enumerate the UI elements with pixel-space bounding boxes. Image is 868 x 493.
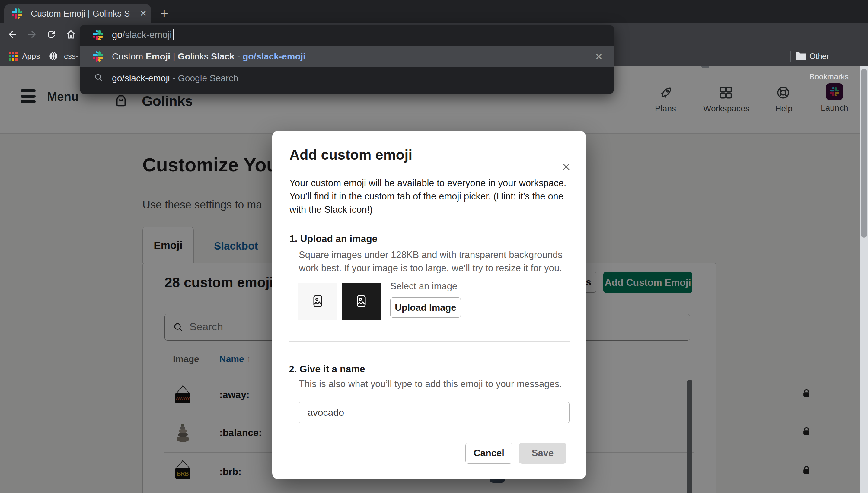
step2-desc: This is also what you’ll type to add thi…: [299, 379, 562, 389]
home-icon[interactable]: [65, 29, 76, 41]
suggestion-query: go/slack-emoji: [112, 73, 170, 83]
upload-image-button[interactable]: Upload Image: [390, 298, 461, 318]
save-button[interactable]: Save: [519, 443, 567, 464]
suggestion-title-part: |: [170, 51, 177, 61]
slack-favicon: [93, 51, 103, 63]
suggestion-current-tab[interactable]: Custom Emoji | Golinks Slack - go/slack-…: [80, 46, 614, 67]
suggestion-title-part: Go: [178, 51, 190, 61]
folder-icon[interactable]: [796, 51, 806, 62]
suggestion-url: go/slack-emoji: [242, 51, 305, 61]
intro-line: Your custom emoji will be available to e…: [290, 176, 566, 190]
forward-icon[interactable]: [26, 29, 38, 41]
browser-scrollbar-thumb[interactable]: [861, 69, 867, 238]
bookmark-other-bookmarks[interactable]: Other Bookmarks: [809, 46, 868, 87]
slack-favicon: [12, 8, 22, 20]
modal-intro: Your custom emoji will be available to e…: [290, 176, 566, 216]
reload-icon[interactable]: [46, 29, 57, 41]
suggestion-separator: -: [234, 51, 242, 61]
suggestion-title-part: Custom: [112, 51, 146, 61]
intro-line: with the Slack icon!): [290, 203, 566, 216]
add-custom-emoji-modal: Add custom emoji Your custom emoji will …: [272, 131, 586, 479]
omnibox-dropdown: go/slack-emoji Custom Emoji | Golinks Sl…: [80, 25, 614, 94]
modal-divider: [289, 341, 570, 342]
suggestion-title-part: Slack: [211, 51, 234, 61]
step2-title: 2. Give it a name: [289, 364, 365, 375]
browser-tab[interactable]: Custom Emoji | Golinks Slack ✕: [4, 4, 151, 23]
bookmark-css[interactable]: css-: [64, 46, 79, 66]
emoji-preview-light: [298, 283, 337, 320]
suggestion-title-part: links: [190, 51, 211, 61]
intro-line: You’ll find it in the custom tab of the …: [290, 190, 566, 203]
new-tab-button[interactable]: +: [156, 4, 173, 23]
step1-title: 1. Upload an image: [290, 233, 378, 244]
apps-grid-icon[interactable]: [8, 51, 18, 62]
globe-icon[interactable]: [48, 51, 59, 62]
suggestion-engine: Google Search: [178, 73, 238, 83]
slack-favicon: [93, 30, 103, 42]
omnibox-typed-text: go: [112, 29, 122, 40]
emoji-name-input[interactable]: [299, 402, 570, 423]
step1-desc: Square images under 128KB and with trans…: [299, 248, 563, 275]
omnibox-completion-text: /slack-emoji: [122, 29, 172, 40]
suggestion-separator: -: [170, 73, 178, 83]
omnibox[interactable]: go/slack-emoji: [80, 25, 614, 46]
search-icon: [94, 73, 103, 83]
tab-title: Custom Emoji | Golinks Slack: [31, 4, 130, 23]
tab-close-icon[interactable]: ✕: [136, 4, 151, 23]
close-icon[interactable]: [561, 162, 573, 173]
bookmark-apps[interactable]: Apps: [22, 46, 40, 66]
emoji-preview-dark: [342, 283, 381, 320]
suggestion-title-part: Emoji: [146, 51, 171, 61]
bookmarks-divider: [790, 51, 791, 62]
step1-desc-line: Square images under 128KB and with trans…: [299, 248, 563, 262]
suggestion-search[interactable]: go/slack-emoji - Google Search: [80, 67, 614, 89]
modal-title: Add custom emoji: [290, 146, 412, 163]
text-caret: [173, 29, 173, 40]
cancel-button[interactable]: Cancel: [465, 443, 512, 464]
select-image-label: Select an image: [390, 281, 457, 292]
back-icon[interactable]: [7, 29, 18, 41]
step1-desc-line: work best. If your image is too large, w…: [299, 262, 563, 275]
screen: Menu Golinks Plans: [0, 0, 868, 493]
suggestion-dismiss-icon[interactable]: ✕: [595, 51, 603, 62]
browser-scrollbar[interactable]: [860, 66, 868, 493]
tab-strip: Custom Emoji | Golinks Slack ✕ +: [0, 0, 868, 23]
